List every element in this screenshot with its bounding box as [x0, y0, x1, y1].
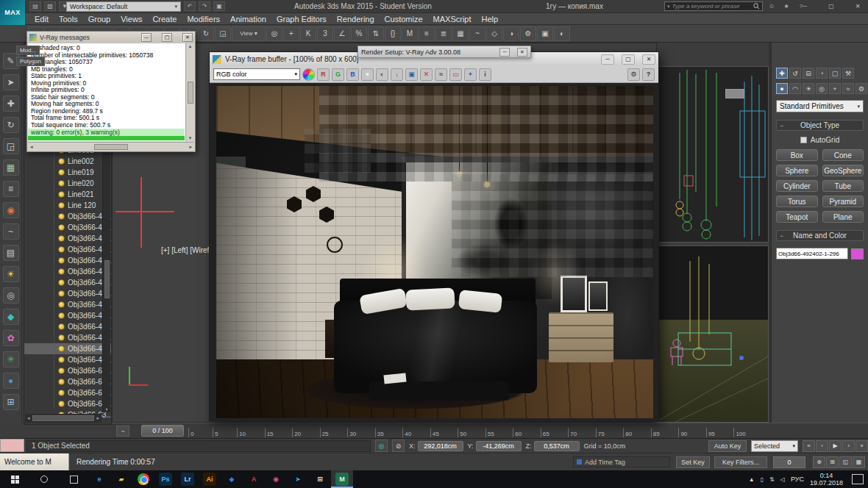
- coord-y-field[interactable]: -41,269cm: [476, 441, 522, 451]
- menu-item[interactable]: Views: [115, 14, 147, 24]
- scene-object-row[interactable]: Obj3d66-63...: [24, 398, 111, 409]
- zoom-extents-button[interactable]: ◱: [839, 456, 852, 468]
- tab-create[interactable]: ✚: [776, 68, 788, 79]
- fb-maximize-button[interactable]: ▢: [622, 54, 635, 65]
- search-input[interactable]: [672, 3, 751, 10]
- category-systems[interactable]: ⚙: [855, 83, 867, 94]
- grid-snap-icon[interactable]: ⊞: [3, 394, 19, 410]
- taskbar-photoshop[interactable]: Ps: [154, 470, 177, 488]
- align-bars-icon[interactable]: ≡: [3, 181, 19, 197]
- taskbar-edge[interactable]: e: [88, 470, 110, 488]
- scroll-left-icon[interactable]: ◂: [30, 144, 33, 150]
- welcome-window-title[interactable]: Welcome to M: [0, 453, 69, 471]
- primitive-button[interactable]: GeoSphere: [822, 165, 864, 176]
- category-spacewarps[interactable]: ≈: [842, 83, 854, 94]
- go-to-end-button[interactable]: »: [855, 440, 868, 452]
- scroll-right-icon[interactable]: ▸: [96, 415, 99, 421]
- fb-close-button[interactable]: ✕: [642, 54, 655, 65]
- category-helpers[interactable]: +: [829, 83, 841, 94]
- help-search-field[interactable]: ▾: [664, 1, 763, 11]
- time-slider[interactable]: 0 / 100: [141, 425, 184, 437]
- current-frame-field[interactable]: 0: [773, 456, 805, 468]
- select-manipulate-icon[interactable]: +: [283, 26, 299, 41]
- water-drop-icon[interactable]: ◆: [3, 309, 19, 325]
- scroll-down-icon[interactable]: ▼: [188, 136, 193, 140]
- category-geometry[interactable]: ●: [776, 83, 788, 94]
- select-cursor-icon[interactable]: ➤: [3, 74, 19, 90]
- save-image-button[interactable]: ↓: [391, 68, 403, 81]
- layers-stack-icon[interactable]: ▤: [3, 245, 19, 261]
- menu-item[interactable]: Animation: [225, 14, 271, 24]
- taskbar-store[interactable]: ⊞: [309, 470, 331, 488]
- tab-utilities[interactable]: ⚒: [842, 68, 854, 79]
- selection-lock-icon[interactable]: ⊘: [392, 439, 405, 452]
- messages-vertical-scrollbar[interactable]: ▲ ▼: [185, 43, 194, 141]
- object-name-field[interactable]: [776, 248, 848, 259]
- category-cameras[interactable]: ◎: [816, 83, 828, 94]
- previous-frame-button[interactable]: ‹: [816, 440, 828, 452]
- align-icon[interactable]: ≡: [419, 26, 435, 41]
- menu-item[interactable]: Modifiers: [182, 14, 225, 24]
- primitive-button[interactable]: Tube: [822, 180, 864, 192]
- scene-object-row[interactable]: Line019: [24, 167, 111, 178]
- angle-snap-icon[interactable]: ∠: [334, 26, 350, 41]
- menu-item[interactable]: MAXScript: [428, 14, 477, 24]
- play-button[interactable]: ▶: [829, 440, 842, 452]
- scene-object-row[interactable]: Obj3d66-49...: [24, 299, 111, 310]
- subcategory-dropdown[interactable]: Standard Primitives ▾: [776, 100, 864, 112]
- task-view-button[interactable]: [59, 470, 88, 488]
- scene-object-row[interactable]: Obj3d66-49...: [24, 332, 111, 343]
- selection-sets-icon[interactable]: {}: [385, 26, 401, 41]
- scene-object-row[interactable]: Obj3d66-49...: [24, 222, 111, 233]
- tab-modify[interactable]: ↺: [789, 68, 801, 79]
- rotate-circle-icon[interactable]: ↻: [3, 117, 19, 133]
- coord-system-dropdown[interactable]: View ▾: [232, 26, 266, 41]
- action-center-icon[interactable]: [852, 474, 864, 484]
- scene-object-row[interactable]: Obj3d66-63...: [24, 387, 111, 398]
- add-time-tag-field[interactable]: Add Time Tag: [573, 456, 670, 467]
- explorer-horizontal-scrollbar[interactable]: ◂ ▸: [25, 414, 102, 423]
- clock[interactable]: 0:14 19.07.2018: [810, 472, 843, 487]
- pixel-info-button[interactable]: i: [479, 68, 491, 81]
- render-history-button[interactable]: ≈: [435, 68, 447, 81]
- favorites-icon[interactable]: ★: [781, 1, 791, 11]
- scene-object-row[interactable]: Obj3d66-49...: [24, 244, 111, 255]
- primitive-button[interactable]: Pyramid: [822, 195, 864, 207]
- scene-object-row[interactable]: Obj3d66-49...: [24, 255, 111, 266]
- window-minimize-button[interactable]: ─: [799, 1, 811, 11]
- rendersetup-minimize-button[interactable]: ─: [499, 48, 510, 57]
- category-lights[interactable]: ☀: [803, 83, 814, 94]
- material-ball-icon[interactable]: ◉: [3, 202, 19, 218]
- scene-object-row[interactable]: Obj3d66-49...: [24, 266, 111, 277]
- viewport-top-right[interactable]: [657, 66, 769, 243]
- use-center-icon[interactable]: ◎: [266, 26, 282, 41]
- application-menu-button[interactable]: MAX: [0, 0, 25, 25]
- scene-object-row[interactable]: Obj3d66-49...: [24, 288, 111, 299]
- viewport-bottom-right[interactable]: [657, 245, 769, 423]
- render-setup-window[interactable]: Render Setup: V-Ray Adv 3.00.08 ─✕: [357, 46, 531, 58]
- primitive-button[interactable]: Torus: [776, 195, 818, 207]
- camera-lens-icon[interactable]: ◎: [3, 287, 19, 304]
- scene-object-row[interactable]: Line020: [24, 178, 111, 189]
- taskbar-explorer[interactable]: ▰: [110, 470, 132, 488]
- fb-help-button[interactable]: ?: [642, 68, 655, 81]
- curve-wave-icon[interactable]: ~: [3, 223, 19, 240]
- workspace-dropdown[interactable]: Workspace: Default ▾: [66, 1, 181, 12]
- scroll-up-icon[interactable]: ▲: [188, 44, 193, 49]
- language-indicator[interactable]: РУС: [791, 476, 804, 483]
- plant-icon[interactable]: ✳: [3, 351, 19, 367]
- tray-chevron-icon[interactable]: ▲: [749, 476, 755, 483]
- auto-key-button[interactable]: Auto Key: [708, 440, 747, 452]
- taskbar-app-lightblue[interactable]: ➤: [287, 470, 309, 488]
- scale-box-icon[interactable]: ◲: [3, 138, 19, 154]
- move-cross-icon[interactable]: ✚: [3, 96, 19, 112]
- curve-editor-icon[interactable]: ~: [469, 26, 485, 41]
- tab-hierarchy[interactable]: ⊟: [803, 68, 814, 79]
- region-render-button[interactable]: ▭: [449, 68, 462, 81]
- channel-dropdown[interactable]: RGB color ▾: [213, 68, 300, 80]
- maximize-viewport-button[interactable]: ▦: [853, 456, 865, 468]
- material-editor-icon[interactable]: ◑: [503, 26, 519, 41]
- menu-item[interactable]: Help: [477, 14, 504, 24]
- sign-in-icon[interactable]: ☺: [766, 1, 777, 11]
- window-close-button[interactable]: ✕: [852, 1, 864, 11]
